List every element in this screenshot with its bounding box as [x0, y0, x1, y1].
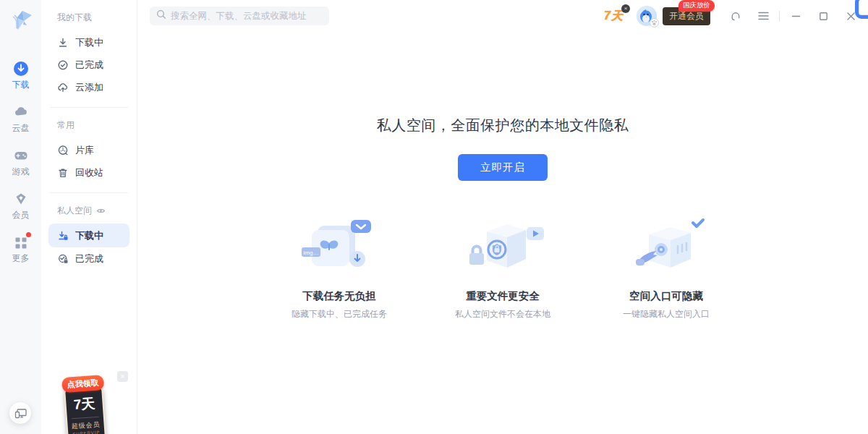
sidebar-section-private-space: 私人空间	[57, 205, 129, 217]
section-header-label: 我的下载	[57, 12, 92, 24]
avatar[interactable]	[637, 6, 657, 26]
vip-promo-badge[interactable]: 点我领取 7天 超级会员 SUPERVIP	[60, 375, 109, 434]
sidebar-item-label: 下载中	[75, 36, 103, 49]
promo-days: 7天	[66, 393, 103, 414]
trash-icon	[57, 167, 69, 179]
sidebar-item-label: 片库	[75, 144, 94, 157]
topbar: 7天 × 开通	[137, 0, 868, 32]
minimize-button[interactable]	[790, 10, 801, 22]
promo-separator	[72, 417, 99, 420]
sidebar-item-completed[interactable]: 已完成	[48, 54, 129, 76]
feature-desc: 一键隐藏私人空间入口	[601, 308, 731, 320]
enable-now-button[interactable]: 立即开启	[458, 154, 548, 181]
cloud-upload-icon	[57, 82, 69, 93]
rail-label: 下载	[12, 79, 30, 91]
film-reel-icon	[57, 145, 69, 156]
feature-cards: img… 下载任务无负担 隐藏下载中、已完成任务	[137, 214, 868, 320]
feature-desc: 隐藏下载中、已完成任务	[274, 308, 404, 320]
gamepad-icon	[13, 148, 29, 163]
main-area: 7天 × 开通	[137, 0, 868, 434]
sidebar-item-label: 已完成	[75, 59, 103, 72]
cube-lock-shield-illustration	[438, 214, 568, 279]
sidebar-divider	[50, 192, 128, 193]
rail-label: 会员	[12, 209, 30, 221]
rail-label: 游戏	[12, 166, 30, 178]
section-header-label: 常用	[57, 119, 75, 132]
sidebar: 我的下载 下载中 已完成 云添加 常用	[41, 0, 137, 434]
rail-label: 更多	[12, 252, 30, 265]
sidebar-item-cloud-add[interactable]: 云添加	[48, 76, 129, 98]
rail-item-download[interactable]: 下载	[12, 61, 30, 91]
rail-item-membership[interactable]: 会员	[12, 191, 30, 221]
sidebar-item-private-completed[interactable]: 已完成	[48, 247, 129, 270]
vip-button-wrap: 开通会员 国庆放价	[663, 7, 710, 25]
maximize-button[interactable]	[817, 10, 829, 22]
trial-days-label: 7天	[604, 9, 624, 22]
page-title: 私人空间，全面保护您的本地文件隐私	[137, 116, 868, 135]
download-tray-icon	[57, 37, 69, 48]
check-lock-icon	[57, 253, 69, 265]
sidebar-item-downloading[interactable]: 下载中	[48, 31, 129, 54]
search-icon	[156, 9, 166, 22]
monitor-phone-icon	[14, 408, 27, 419]
rail-item-more[interactable]: 更多	[12, 234, 30, 265]
feature-title: 重要文件更安全	[438, 289, 568, 303]
promo-close-button[interactable]: ×	[117, 371, 128, 382]
safe-box-hand-illustration	[601, 214, 731, 279]
floating-pendant-widget[interactable]	[855, 0, 868, 19]
sidebar-item-label: 下载中	[75, 229, 103, 242]
download-lock-icon	[57, 230, 69, 242]
feature-desc: 私人空间文件不会在本地	[438, 308, 568, 320]
promo-ribbon[interactable]: 点我领取	[61, 375, 104, 393]
toolbar-separator	[779, 11, 780, 22]
thunder-bird-logo-icon	[7, 6, 35, 38]
topbar-right: 7天 × 开通	[604, 6, 858, 26]
rail-label: 云盘	[12, 122, 30, 135]
search-input[interactable]	[171, 11, 323, 21]
rail-item-games[interactable]: 游戏	[12, 148, 30, 178]
left-rail: 下载 云盘 游戏 会员 更多	[0, 0, 41, 434]
paw-overlay-icon	[650, 18, 659, 27]
private-space-hero: 私人空间，全面保护您的本地文件隐私 立即开启	[137, 116, 868, 181]
promo-card[interactable]: 7天 超级会员 SUPERVIP	[64, 387, 106, 434]
download-circle-icon	[13, 61, 29, 77]
folders-butterfly-illustration: img…	[274, 214, 404, 279]
diamond-icon	[13, 191, 29, 207]
feature-title: 空间入口可隐藏	[601, 289, 731, 303]
svg-text:img…: img…	[304, 250, 319, 256]
sidebar-item-media-library[interactable]: 片库	[48, 139, 129, 161]
sidebar-item-label: 回收站	[75, 166, 103, 179]
trial-badge[interactable]: 7天 ×	[604, 9, 624, 24]
sidebar-item-label: 云添加	[75, 81, 103, 94]
vip-promo-tag: 国庆放价	[678, 0, 715, 12]
headset-support-icon[interactable]	[730, 10, 741, 22]
sidebar-section-common: 常用	[57, 119, 129, 132]
sidebar-item-recycle-bin[interactable]: 回收站	[48, 161, 129, 184]
sidebar-divider	[50, 107, 128, 108]
eye-icon[interactable]	[96, 206, 106, 216]
check-circle-icon	[57, 59, 69, 71]
rail-item-cloud-drive[interactable]: 云盘	[12, 104, 30, 135]
feature-card-downloads: img… 下载任务无负担 隐藏下载中、已完成任务	[274, 214, 404, 320]
remote-device-button[interactable]	[9, 402, 31, 424]
cloud-icon	[13, 104, 29, 120]
app-window: 下载 云盘 游戏 会员 更多	[0, 0, 868, 434]
sidebar-item-private-downloading[interactable]: 下载中	[48, 224, 129, 247]
grid-more-icon	[13, 234, 29, 250]
section-header-label: 私人空间	[57, 205, 92, 217]
hamburger-menu-icon[interactable]	[757, 10, 769, 22]
sidebar-section-my-downloads: 我的下载	[57, 12, 129, 24]
sidebar-item-label: 已完成	[75, 252, 103, 265]
trial-close-icon[interactable]: ×	[621, 4, 630, 13]
notification-dot	[26, 232, 31, 237]
search-bar[interactable]	[150, 7, 329, 25]
feature-title: 下载任务无负担	[274, 289, 404, 303]
feature-card-security: 重要文件更安全 私人空间文件不会在本地	[438, 214, 568, 320]
feature-card-hidden-entry: 空间入口可隐藏 一键隐藏私人空间入口	[601, 214, 731, 320]
